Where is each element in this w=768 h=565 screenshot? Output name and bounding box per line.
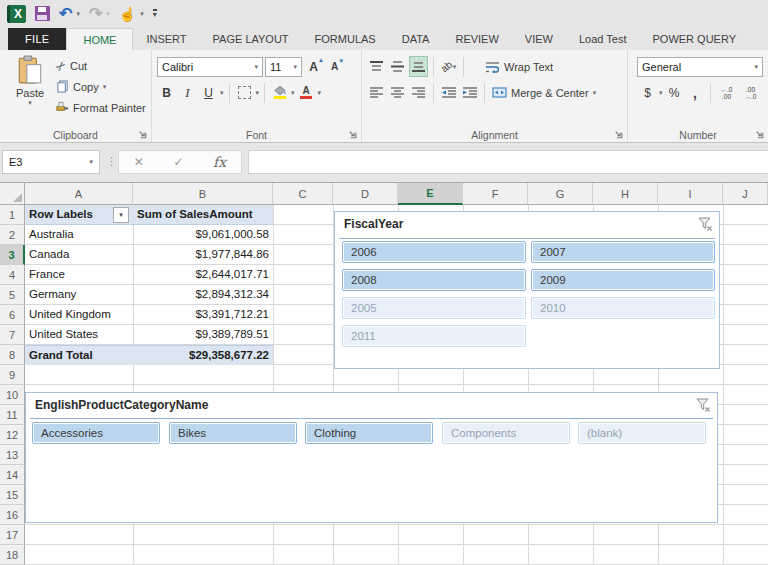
row-header-7[interactable]: 7 [0, 325, 25, 345]
slicer-button-2008[interactable]: 2008 [342, 269, 526, 291]
align-left-button[interactable] [367, 82, 386, 103]
column-header-E[interactable]: E [398, 183, 463, 205]
row-header-13[interactable]: 13 [0, 445, 25, 465]
pivot-row-label[interactable]: Australia [25, 225, 133, 245]
row-header-5[interactable]: 5 [0, 285, 25, 305]
middle-align-button[interactable] [388, 56, 407, 77]
increase-decimal-button[interactable]: ←.0.00 [716, 86, 738, 100]
fill-color-button[interactable] [270, 82, 289, 103]
align-center-button[interactable] [388, 82, 407, 103]
align-right-button[interactable] [409, 82, 428, 103]
clear-filter-icon[interactable] [697, 216, 714, 233]
slicer-fiscalyear[interactable]: FiscalYear2006200720082009200520102011 [334, 211, 720, 369]
column-header-G[interactable]: G [528, 183, 593, 205]
slicer-button-2011[interactable]: 2011 [342, 325, 526, 347]
accounting-format-button[interactable]: $ [638, 82, 657, 103]
pivot-row-value[interactable]: $2,644,017.71 [133, 265, 273, 285]
tab-formulas[interactable]: FORMULAS [302, 28, 389, 50]
tab-review[interactable]: REVIEW [442, 28, 511, 50]
formula-input[interactable] [248, 150, 768, 174]
tab-file[interactable]: FILE [8, 28, 66, 50]
slicer-button-components[interactable]: Components [442, 422, 570, 444]
pivot-grand-total-label[interactable]: Grand Total [25, 345, 133, 365]
row-header-10[interactable]: 10 [0, 385, 25, 405]
slicer-button--blank-[interactable]: (blank) [578, 422, 706, 444]
tab-load-test[interactable]: Load Test [566, 28, 640, 50]
italic-button[interactable]: I [178, 82, 197, 103]
row-header-6[interactable]: 6 [0, 305, 25, 325]
slicer-button-2010[interactable]: 2010 [531, 297, 715, 319]
borders-button[interactable] [235, 82, 254, 103]
formula-bar-splitter[interactable]: ⋮ [106, 155, 117, 168]
pivot-row-label[interactable]: United States [25, 325, 133, 345]
copy-button[interactable]: Copy▾ [54, 77, 148, 96]
pivot-row-label[interactable]: United Kingdom [25, 305, 133, 325]
decrease-indent-button[interactable] [439, 82, 458, 103]
row-header-15[interactable]: 15 [0, 485, 25, 505]
borders-dropdown-icon[interactable]: ▾ [256, 89, 260, 97]
row-header-12[interactable]: 12 [0, 425, 25, 445]
cancel-icon[interactable]: ✕ [134, 155, 144, 169]
decrease-font-size-button[interactable]: A▼ [325, 56, 344, 77]
save-icon[interactable] [35, 6, 50, 21]
tab-home[interactable]: HOME [66, 28, 133, 50]
slicer-englishproductcategoryname[interactable]: EnglishProductCategoryNameAccessoriesBik… [25, 392, 718, 523]
select-all-corner[interactable] [0, 183, 25, 205]
slicer-button-clothing[interactable]: Clothing [305, 422, 433, 444]
pivot-row-label[interactable]: France [25, 265, 133, 285]
column-header-A[interactable]: A [25, 183, 133, 205]
underline-button[interactable]: U [199, 82, 218, 103]
paste-button[interactable]: Paste ▾ [8, 55, 52, 117]
row-header-18[interactable]: 18 [0, 545, 25, 565]
row-header-9[interactable]: 9 [0, 365, 25, 385]
row-header-8[interactable]: 8 [0, 345, 25, 365]
accounting-dropdown-icon[interactable]: ▾ [659, 89, 663, 97]
undo-icon[interactable]: ↶ [59, 7, 72, 21]
insert-function-icon[interactable]: fx [213, 154, 226, 170]
increase-indent-button[interactable] [460, 82, 479, 103]
row-header-2[interactable]: 2 [0, 225, 25, 245]
column-header-J[interactable]: J [723, 183, 768, 205]
row-header-14[interactable]: 14 [0, 465, 25, 485]
font-size-combo[interactable]: 11▾ [265, 57, 302, 77]
customize-qat-icon[interactable]: ▾ [153, 9, 157, 18]
percent-style-button[interactable]: % [665, 82, 684, 103]
wrap-text-button[interactable]: Wrap Text [483, 57, 555, 76]
slicer-button-2005[interactable]: 2005 [342, 297, 526, 319]
underline-dropdown-icon[interactable]: ▾ [220, 89, 224, 97]
tab-power-query[interactable]: POWER QUERY [639, 28, 749, 50]
pivot-row-label[interactable]: Canada [25, 245, 133, 265]
fill-color-dropdown-icon[interactable]: ▾ [291, 89, 295, 97]
column-header-B[interactable]: B [133, 183, 273, 205]
number-format-combo[interactable]: General▾ [637, 57, 763, 77]
decrease-decimal-button[interactable]: .00→.0 [740, 86, 762, 100]
column-header-D[interactable]: D [333, 183, 398, 205]
font-name-combo[interactable]: Calibri▾ [157, 57, 263, 77]
row-header-17[interactable]: 17 [0, 525, 25, 545]
top-align-button[interactable] [367, 56, 386, 77]
tab-insert[interactable]: INSERT [133, 28, 199, 50]
touch-mode-dropdown-icon[interactable]: ▾ [140, 10, 144, 18]
number-dialog-launcher-icon[interactable] [754, 129, 765, 140]
pivot-row-value[interactable]: $9,389,789.51 [133, 325, 273, 345]
column-header-H[interactable]: H [593, 183, 658, 205]
font-dialog-launcher-icon[interactable] [347, 129, 358, 140]
pivot-header-sum-salesamount[interactable]: Sum of SalesAmount [133, 205, 273, 225]
slicer-button-2007[interactable]: 2007 [531, 241, 715, 263]
pivot-grand-total-value[interactable]: $29,358,677.22 [133, 345, 273, 365]
enter-icon[interactable]: ✓ [173, 155, 183, 169]
column-header-C[interactable]: C [273, 183, 333, 205]
row-header-1[interactable]: 1 [0, 205, 25, 225]
column-header-F[interactable]: F [463, 183, 528, 205]
font-color-dropdown-icon[interactable]: ▾ [318, 89, 322, 97]
merge-center-button[interactable]: Merge & Center ▾ [490, 83, 598, 102]
alignment-dialog-launcher-icon[interactable] [613, 129, 624, 140]
cut-button[interactable]: ✂Cut [54, 56, 148, 75]
bold-button[interactable]: B [157, 82, 176, 103]
increase-font-size-button[interactable]: A▲ [304, 56, 323, 77]
pivot-row-value[interactable]: $2,894,312.34 [133, 285, 273, 305]
row-header-11[interactable]: 11 [0, 405, 25, 425]
touch-mode-icon[interactable]: ☝ [119, 7, 136, 21]
column-header-I[interactable]: I [658, 183, 723, 205]
pivot-row-label[interactable]: Germany [25, 285, 133, 305]
